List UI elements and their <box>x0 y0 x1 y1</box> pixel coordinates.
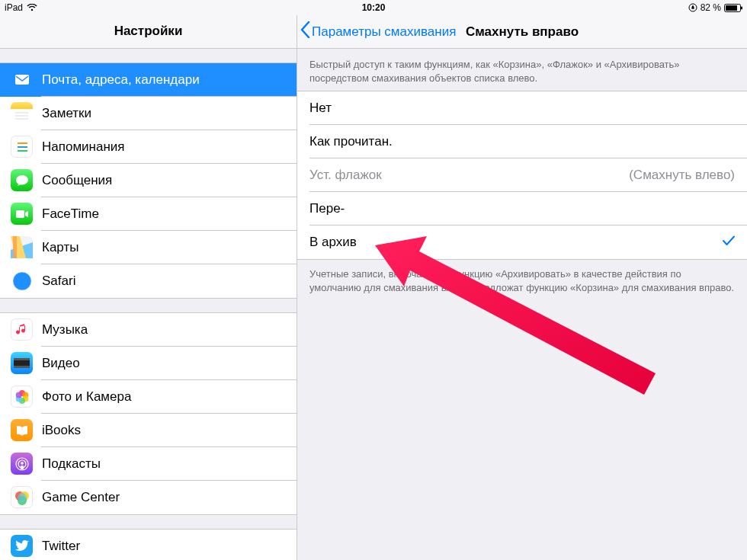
option-label: Уст. флажок <box>309 168 382 183</box>
wifi-icon <box>27 4 37 11</box>
detail-header: Параметры смахивания Смахнуть вправо <box>297 15 747 49</box>
sidebar-title: Настройки <box>114 24 183 39</box>
back-label: Параметры смахивания <box>312 24 456 40</box>
detail-title: Смахнуть вправо <box>466 24 579 40</box>
sidebar-group: Музыка Видео Фото и Каме <box>0 312 297 515</box>
svg-rect-19 <box>14 366 30 368</box>
sidebar-group: Twitter <box>0 529 297 560</box>
sidebar-item-gamecenter[interactable]: Game Center <box>0 481 297 514</box>
sidebar-item-videos[interactable]: Видео <box>0 347 297 380</box>
sidebar-item-safari[interactable]: Safari <box>0 264 297 298</box>
facetime-icon <box>11 203 33 225</box>
safari-icon <box>11 270 33 292</box>
status-battery-percent: 82 % <box>701 2 721 13</box>
option-label: Как прочитан. <box>309 134 393 149</box>
sidebar-item-label: Почта, адреса, календари <box>42 72 200 88</box>
music-icon <box>11 318 33 341</box>
ibooks-icon <box>11 419 33 441</box>
sidebar-item-label: Фото и Камера <box>42 389 131 405</box>
sidebar-item-label: Game Center <box>42 490 120 505</box>
svg-rect-3 <box>741 6 742 9</box>
option-label: Нет <box>309 101 332 116</box>
option-none[interactable]: Нет <box>297 91 747 125</box>
sidebar-item-notes[interactable]: Заметки <box>0 97 297 130</box>
sidebar-item-twitter[interactable]: Twitter <box>0 530 297 560</box>
sidebar-group: Почта, адреса, календари Заметки <box>0 62 297 299</box>
svg-rect-11 <box>16 210 24 218</box>
back-button[interactable]: Параметры смахивания <box>300 21 456 42</box>
option-flag: Уст. флажок (Смахнуть влево) <box>297 158 747 192</box>
option-label: В архив <box>309 235 357 250</box>
option-mark-read[interactable]: Как прочитан. <box>297 125 747 158</box>
svg-rect-4 <box>15 75 29 85</box>
settings-sidebar: Настройки Почта, адреса, календари <box>0 15 297 560</box>
photos-icon <box>11 386 33 408</box>
sidebar-item-label: Подкасты <box>42 456 101 472</box>
maps-icon <box>11 236 33 258</box>
notes-icon <box>11 102 33 124</box>
sidebar-item-photos[interactable]: Фото и Камера <box>0 380 297 414</box>
battery-icon <box>724 4 742 12</box>
sidebar-item-music[interactable]: Музыка <box>0 313 297 347</box>
sidebar-header: Настройки <box>0 15 297 49</box>
option-label: Пере- <box>309 201 345 216</box>
option-archive[interactable]: В архив <box>297 226 747 259</box>
sidebar-item-label: Заметки <box>42 106 91 121</box>
section-footer: Учетные записи, включающие функцию «Архи… <box>297 260 747 302</box>
sidebar-item-podcasts[interactable]: Подкасты <box>0 447 297 481</box>
svg-rect-2 <box>726 5 737 11</box>
gamecenter-icon <box>11 486 33 508</box>
sidebar-item-label: Twitter <box>42 539 80 554</box>
status-time: 10:20 <box>362 2 386 13</box>
sidebar-item-label: Safari <box>42 274 75 289</box>
svg-point-25 <box>15 392 21 398</box>
chevron-left-icon <box>300 21 310 42</box>
sidebar-item-label: FaceTime <box>42 206 99 222</box>
svg-rect-18 <box>14 358 30 360</box>
option-move[interactable]: Пере- <box>297 192 747 226</box>
sidebar-item-label: Видео <box>42 356 80 371</box>
messages-icon <box>11 169 33 191</box>
sidebar-item-label: Музыка <box>42 322 88 338</box>
svg-point-28 <box>21 462 24 465</box>
sidebar-item-label: Напоминания <box>42 139 125 155</box>
orientation-lock-icon <box>688 3 697 12</box>
sidebar-item-label: Сообщения <box>42 173 112 188</box>
options-list: Нет Как прочитан. Уст. флажок (Смахнуть … <box>297 91 747 260</box>
sidebar-item-label: iBooks <box>42 423 81 438</box>
svg-point-32 <box>18 493 27 502</box>
twitter-icon <box>11 535 33 557</box>
checkmark-icon <box>723 235 735 249</box>
section-description: Быстрый доступ к таким функциям, как «Ко… <box>297 49 747 91</box>
reminders-icon <box>11 136 33 158</box>
sidebar-item-facetime[interactable]: FaceTime <box>0 197 297 231</box>
detail-pane: Параметры смахивания Смахнуть вправо Быс… <box>297 15 747 560</box>
sidebar-item-ibooks[interactable]: iBooks <box>0 414 297 447</box>
sidebar-item-messages[interactable]: Сообщения <box>0 164 297 197</box>
sidebar-item-label: Карты <box>42 240 79 255</box>
option-note: (Смахнуть влево) <box>629 168 735 183</box>
mail-icon <box>11 69 33 91</box>
videos-icon <box>11 352 33 374</box>
sidebar-item-mail[interactable]: Почта, адреса, календари <box>0 63 297 97</box>
sidebar-item-maps[interactable]: Карты <box>0 231 297 264</box>
podcasts-icon <box>11 453 33 475</box>
status-device: iPad <box>5 2 23 13</box>
status-bar: iPad 10:20 82 % <box>0 0 747 15</box>
sidebar-item-reminders[interactable]: Напоминания <box>0 130 297 164</box>
